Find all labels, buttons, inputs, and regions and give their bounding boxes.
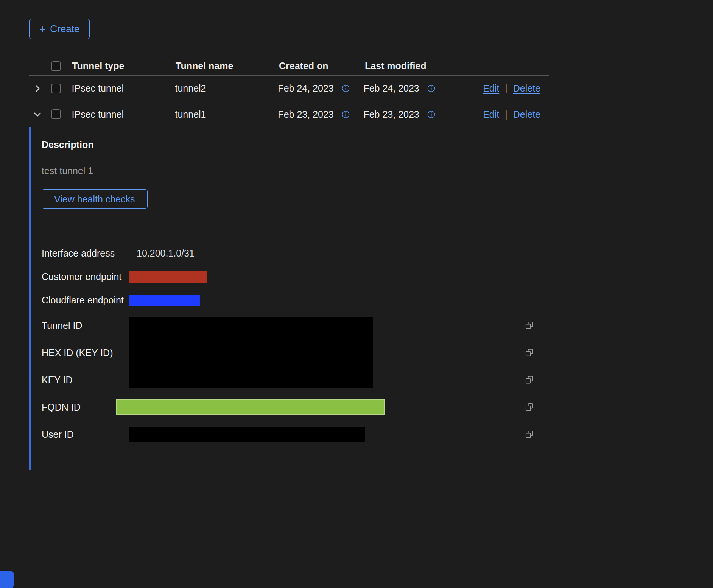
copy-key-id-icon[interactable] <box>525 375 534 385</box>
create-button-label: Create <box>50 23 79 35</box>
fqdn-id-value-redacted <box>116 399 385 415</box>
table-header-row: Tunnel type Tunnel name Created on Last … <box>29 57 549 76</box>
table-row-tunnel1: IPsec tunnel tunnel1 Feb 23, 2023 Feb 23… <box>29 101 549 127</box>
fqdn-id-row: FQDN ID <box>42 394 537 421</box>
bottom-left-blue-artifact <box>0 571 14 588</box>
tunnel-name-cell: tunnel2 <box>175 83 278 94</box>
hex-id-label: HEX ID (KEY ID) <box>42 347 129 358</box>
copy-tunnel-id-icon[interactable] <box>525 320 534 330</box>
customer-endpoint-value-redacted <box>129 271 207 283</box>
detail-divider <box>42 229 537 229</box>
expand-chevron-right-icon[interactable] <box>33 84 42 93</box>
interface-address-value: 10.200.1.0/31 <box>137 248 195 259</box>
tunnel-name-cell: tunnel1 <box>175 109 278 120</box>
view-health-checks-button[interactable]: View health checks <box>42 189 148 209</box>
tunnel-id-label: Tunnel ID <box>42 320 129 331</box>
tunnel1-expanded-detail: Description test tunnel 1 View health ch… <box>29 127 549 470</box>
copy-fqdn-id-icon[interactable] <box>525 402 534 412</box>
created-on-value: Feb 23, 2023 <box>278 109 333 120</box>
create-button[interactable]: + Create <box>29 19 90 39</box>
interface-address-label: Interface address <box>42 248 129 259</box>
user-id-label: User ID <box>42 429 129 440</box>
cloudflare-endpoint-value-redacted <box>129 295 200 306</box>
description-label: Description <box>42 139 537 150</box>
info-icon[interactable] <box>341 110 350 119</box>
delete-link[interactable]: Delete <box>513 83 540 94</box>
tunnel-type-cell: IPsec tunnel <box>72 83 175 94</box>
customer-endpoint-row: Customer endpoint <box>42 265 537 288</box>
detail-fields: Interface address 10.200.1.0/31 Customer… <box>42 241 537 448</box>
table-row-tunnel2: IPsec tunnel tunnel2 Feb 24, 2023 Feb 24… <box>29 76 549 101</box>
actions-separator: | <box>505 109 508 120</box>
user-id-row: User ID <box>42 421 537 448</box>
interface-address-row: Interface address 10.200.1.0/31 <box>42 241 537 265</box>
plus-icon: + <box>39 24 45 34</box>
collapse-chevron-down-icon[interactable] <box>33 109 42 119</box>
info-icon[interactable] <box>427 84 436 93</box>
copy-hex-id-icon[interactable] <box>525 348 534 358</box>
tunnels-page: + Create Tunnel type Tunnel name Created… <box>0 0 713 470</box>
edit-link[interactable]: Edit <box>483 109 499 120</box>
cloudflare-endpoint-label: Cloudflare endpoint <box>42 295 129 306</box>
cloudflare-endpoint-row: Cloudflare endpoint <box>42 288 537 312</box>
last-modified-value: Feb 23, 2023 <box>363 109 419 120</box>
row-checkbox[interactable] <box>51 84 61 93</box>
customer-endpoint-label: Customer endpoint <box>42 271 129 282</box>
info-icon[interactable] <box>427 110 436 119</box>
select-all-checkbox[interactable] <box>51 61 61 71</box>
tunnels-table: Tunnel type Tunnel name Created on Last … <box>29 57 549 127</box>
edit-link[interactable]: Edit <box>483 83 499 94</box>
info-icon[interactable] <box>341 84 350 93</box>
id-values-redacted <box>129 317 373 388</box>
created-on-value: Feb 24, 2023 <box>278 83 333 94</box>
description-value: test tunnel 1 <box>42 165 537 176</box>
copy-user-id-icon[interactable] <box>525 429 534 439</box>
actions-separator: | <box>505 83 508 94</box>
header-check-cell <box>51 61 72 71</box>
tunnel-type-cell: IPsec tunnel <box>72 109 175 120</box>
id-fields-group: Tunnel ID HEX ID (KEY ID) KEY ID <box>42 312 537 394</box>
key-id-label: KEY ID <box>42 375 129 386</box>
header-last-modified: Last modified <box>365 61 485 72</box>
header-created-on: Created on <box>279 61 365 72</box>
delete-link[interactable]: Delete <box>513 109 540 120</box>
header-tunnel-name: Tunnel name <box>176 61 279 72</box>
last-modified-value: Feb 24, 2023 <box>363 83 419 94</box>
header-tunnel-type: Tunnel type <box>72 61 176 72</box>
user-id-value-redacted <box>129 427 365 442</box>
row-checkbox[interactable] <box>51 109 61 119</box>
